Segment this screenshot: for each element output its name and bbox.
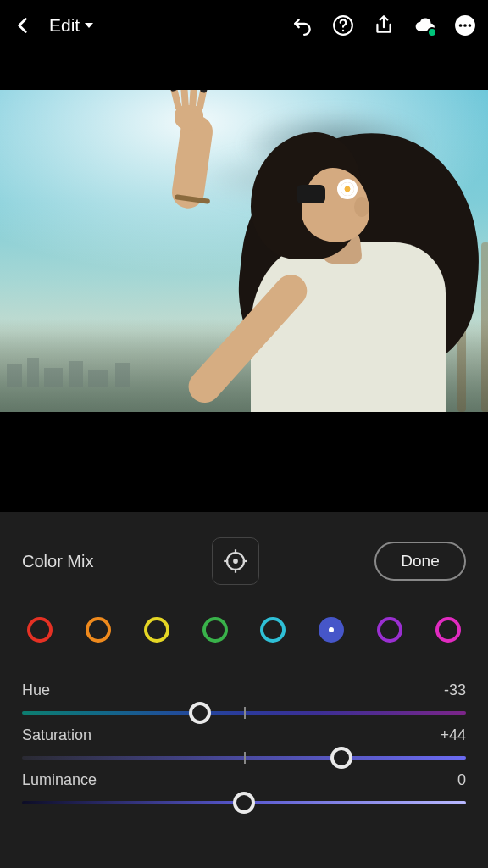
luminance-label: Luminance xyxy=(22,771,97,789)
saturation-slider[interactable] xyxy=(22,756,466,760)
saturation-value: +44 xyxy=(440,726,466,744)
hue-slider[interactable] xyxy=(22,711,466,715)
help-button[interactable] xyxy=(332,14,354,36)
color-swatch-row xyxy=(0,592,488,658)
svg-point-1 xyxy=(342,30,344,31)
sync-status-dot xyxy=(427,27,437,37)
hue-value: -33 xyxy=(444,682,466,699)
cloud-sync-button[interactable] xyxy=(413,14,435,36)
panel-title: Color Mix xyxy=(22,552,93,571)
luminance-value: 0 xyxy=(458,771,466,789)
svg-point-5 xyxy=(469,24,472,27)
swatch-orange[interactable] xyxy=(86,617,111,643)
swatch-magenta[interactable] xyxy=(435,617,461,643)
luminance-thumb[interactable] xyxy=(233,792,255,814)
saturation-label: Saturation xyxy=(22,726,92,744)
more-button[interactable] xyxy=(454,14,476,36)
edit-dropdown[interactable]: Edit xyxy=(49,15,93,36)
swatch-blue[interactable] xyxy=(319,617,344,643)
svg-point-3 xyxy=(459,24,463,27)
share-button[interactable] xyxy=(373,14,395,36)
swatch-red[interactable] xyxy=(27,617,53,643)
swatch-aqua[interactable] xyxy=(260,617,286,643)
undo-button[interactable] xyxy=(291,14,313,36)
back-button[interactable] xyxy=(12,14,34,36)
color-mix-panel: Color Mix Done Hue -33 Saturation +44 xyxy=(0,512,488,868)
edit-title: Edit xyxy=(49,15,80,36)
swatch-green[interactable] xyxy=(202,617,228,643)
swatch-purple[interactable] xyxy=(377,617,402,643)
target-adjustment-button[interactable] xyxy=(212,537,259,585)
svg-point-4 xyxy=(463,24,467,27)
luminance-slider[interactable] xyxy=(22,801,466,804)
chevron-down-icon xyxy=(85,23,93,28)
done-button[interactable]: Done xyxy=(374,542,466,581)
luminance-slider-block: Luminance 0 xyxy=(22,771,466,804)
hue-slider-block: Hue -33 xyxy=(22,682,466,715)
photo-preview[interactable] xyxy=(0,90,488,412)
hue-label: Hue xyxy=(22,682,50,699)
saturation-thumb[interactable] xyxy=(330,747,352,769)
hue-thumb[interactable] xyxy=(189,702,211,724)
saturation-slider-block: Saturation +44 xyxy=(22,726,466,760)
svg-point-11 xyxy=(235,559,238,563)
swatch-yellow[interactable] xyxy=(144,617,169,643)
